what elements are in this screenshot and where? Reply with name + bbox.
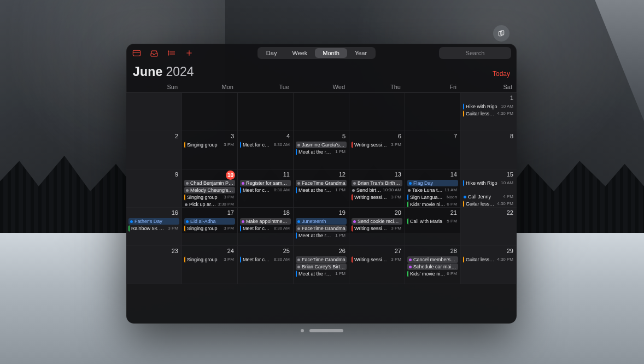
- day-cell[interactable]: [182, 93, 238, 131]
- calendar-event[interactable]: Guitar lessons wit…4:30 PM: [463, 256, 514, 263]
- calendar-event[interactable]: Make appointment wit…: [240, 218, 291, 225]
- day-cell[interactable]: 23: [126, 246, 182, 284]
- day-cell[interactable]: 9: [126, 169, 182, 208]
- event-title: Take Luna to the v…: [412, 187, 443, 193]
- view-month[interactable]: Month: [315, 48, 347, 58]
- calendar-event[interactable]: Sign Language ClubNoon: [407, 194, 458, 201]
- search-input[interactable]: [439, 50, 511, 56]
- calendar-event[interactable]: Singing group3 PM: [184, 256, 235, 263]
- calendar-event[interactable]: Juneteenth: [296, 218, 347, 225]
- day-cell[interactable]: 1Hike with Rigo10 AMGuitar lessons wit…4…: [461, 93, 517, 131]
- day-cell[interactable]: 5Jasmine García's Birth…Meet at the rest…: [294, 131, 349, 169]
- calendar-event[interactable]: Hike with Rigo10 AM: [463, 103, 514, 110]
- event-list: Brian Tran's BirthdaySend birthday…10:30…: [352, 180, 402, 201]
- today-button[interactable]: Today: [493, 70, 510, 78]
- day-cell[interactable]: 25Meet for coffee8:30 AM: [238, 246, 294, 284]
- calendar-event[interactable]: Guitar lessons wit…4:30 PM: [463, 110, 514, 117]
- calendar-event[interactable]: Schedule car maintena…: [407, 263, 458, 270]
- view-week[interactable]: Week: [284, 48, 315, 58]
- day-cell[interactable]: [294, 93, 349, 131]
- day-cell[interactable]: 3Singing group3 PM: [182, 131, 238, 169]
- day-cell[interactable]: [349, 93, 405, 131]
- day-cell[interactable]: 13Brian Tran's BirthdaySend birthday…10:…: [349, 169, 405, 208]
- calendar-event[interactable]: Brian Carey's Birthday: [296, 263, 347, 270]
- day-cell[interactable]: [405, 93, 461, 131]
- day-cell[interactable]: 7: [405, 131, 461, 169]
- day-cell[interactable]: 6Writing session with…3 PM: [349, 131, 405, 169]
- calendar-event[interactable]: Chad Benjamin Potter'…: [184, 180, 235, 186]
- day-cell[interactable]: 28Cancel membershipSchedule car maintena…: [405, 246, 461, 284]
- day-cell[interactable]: 4Meet for coffee8:30 AM: [238, 131, 294, 169]
- add-event-icon[interactable]: [184, 49, 194, 57]
- event-title: Schedule car maintena…: [413, 263, 457, 270]
- calendar-event[interactable]: Call with Maria5 PM: [407, 218, 458, 225]
- calendar-event[interactable]: Jasmine García's Birth…: [296, 142, 347, 148]
- calendar-event[interactable]: Register for samba class: [240, 180, 291, 186]
- calendar-event[interactable]: FaceTime Grandma: [296, 225, 347, 232]
- day-cell[interactable]: 10Chad Benjamin Potter'…Melody Cheung's …: [182, 169, 238, 208]
- day-cell[interactable]: 21Call with Maria5 PM: [405, 208, 461, 246]
- day-cell[interactable]: 2: [126, 131, 182, 169]
- day-cell[interactable]: 16Father's DayRainbow 5K Run3 PM: [126, 208, 182, 246]
- day-cell[interactable]: [126, 93, 182, 131]
- calendar-event[interactable]: Meet at the restaurant1 PM: [296, 149, 347, 155]
- calendar-event[interactable]: Pick up arts & c…3:30 PM: [184, 201, 235, 208]
- day-cell[interactable]: 14Flag DayTake Luna to the v…11 AMSign L…: [405, 169, 461, 208]
- calendar-event[interactable]: Meet at the restaurant1 PM: [296, 187, 347, 193]
- day-cell[interactable]: 29Guitar lessons wit…4:30 PM: [461, 246, 517, 284]
- list-icon[interactable]: [167, 49, 177, 57]
- search-field[interactable]: [439, 47, 511, 59]
- calendar-event[interactable]: Meet for coffee8:30 AM: [240, 142, 291, 148]
- calendar-event[interactable]: Writing session with…3 PM: [352, 256, 402, 263]
- day-cell[interactable]: 24Singing group3 PM: [182, 246, 238, 284]
- calendar-event[interactable]: Rainbow 5K Run3 PM: [128, 225, 179, 232]
- control-center-button[interactable]: [493, 25, 510, 42]
- view-year[interactable]: Year: [347, 48, 374, 58]
- calendar-event[interactable]: Melody Cheung's Birth…: [184, 187, 235, 193]
- calendar-event[interactable]: Singing group3 PM: [184, 142, 235, 148]
- day-cell[interactable]: 8: [461, 131, 517, 169]
- calendar-event[interactable]: FaceTime Grandma: [296, 256, 347, 263]
- calendar-event[interactable]: Writing session with…3 PM: [352, 194, 402, 201]
- day-cell[interactable]: 20Send cookie recipe to…Writing session …: [349, 208, 405, 246]
- calendar-event[interactable]: Send cookie recipe to…: [352, 218, 402, 225]
- calendar-event[interactable]: Send birthday…10:30 AM: [352, 187, 402, 193]
- day-cell[interactable]: 26FaceTime GrandmaBrian Carey's Birthday…: [294, 246, 349, 284]
- calendar-event[interactable]: Writing session with…3 PM: [352, 142, 402, 148]
- calendar-event[interactable]: Hike with Rigo10 AM: [463, 180, 514, 186]
- day-cell[interactable]: 11Register for samba classMeet for coffe…: [238, 169, 294, 208]
- calendar-event[interactable]: Father's Day: [128, 218, 179, 225]
- view-day[interactable]: Day: [259, 48, 285, 58]
- calendar-event[interactable]: Meet for coffee8:30 AM: [240, 225, 291, 232]
- day-cell[interactable]: 17Eid al-AdhaSinging group3 PM: [182, 208, 238, 246]
- calendar-event[interactable]: Eid al-Adha: [184, 218, 235, 225]
- calendar-event[interactable]: Kids' movie night6 PM: [407, 271, 458, 277]
- calendars-icon[interactable]: [132, 49, 142, 57]
- calendar-event[interactable]: Cancel membership: [407, 256, 458, 263]
- day-cell[interactable]: 18Make appointment wit…Meet for coffee8:…: [238, 208, 294, 246]
- calendar-event[interactable]: Writing session with…3 PM: [352, 225, 402, 232]
- calendar-event[interactable]: Meet at the restaurant1 PM: [296, 232, 347, 239]
- inbox-icon[interactable]: [149, 49, 159, 57]
- calendar-event[interactable]: Singing group3 PM: [184, 194, 235, 201]
- calendar-event[interactable]: Call Jenny4 PM: [463, 193, 514, 200]
- calendar-event[interactable]: Flag Day: [407, 180, 458, 186]
- day-cell[interactable]: 22: [461, 208, 517, 246]
- weekday-label: Wed: [294, 84, 349, 90]
- calendar-event[interactable]: Singing group3 PM: [184, 225, 235, 232]
- calendar-event[interactable]: Guitar lessons wit…4:30 PM: [463, 201, 514, 207]
- calendar-event[interactable]: Meet at the restaurant1 PM: [296, 271, 347, 277]
- day-cell[interactable]: 27Writing session with…3 PM: [349, 246, 405, 284]
- calendar-event[interactable]: Brian Tran's Birthday: [352, 180, 402, 186]
- day-cell[interactable]: [238, 93, 294, 131]
- day-cell[interactable]: 19JuneteenthFaceTime GrandmaMeet at the …: [294, 208, 349, 246]
- calendar-event[interactable]: Take Luna to the v…11 AM: [407, 187, 458, 193]
- calendar-event[interactable]: Meet for coffee8:30 AM: [240, 256, 291, 263]
- day-cell[interactable]: 15Hike with Rigo10 AMCall Jenny4 PMGuita…: [461, 169, 517, 208]
- weekday-label: Tue: [238, 84, 294, 90]
- event-time: 6 PM: [447, 271, 457, 277]
- day-cell[interactable]: 12FaceTime GrandmaMeet at the restaurant…: [294, 169, 349, 208]
- calendar-event[interactable]: Kids' movie night6 PM: [407, 201, 458, 208]
- calendar-event[interactable]: Meet for coffee8:30 AM: [240, 187, 291, 193]
- calendar-event[interactable]: FaceTime Grandma: [296, 180, 347, 186]
